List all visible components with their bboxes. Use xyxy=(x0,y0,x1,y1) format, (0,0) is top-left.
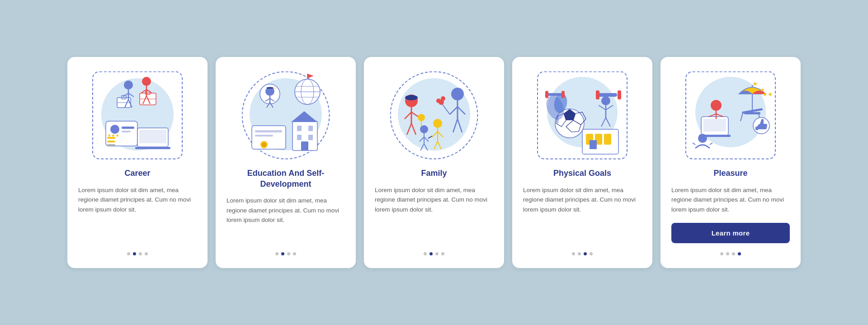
svg-rect-104 xyxy=(596,90,599,99)
svg-rect-4 xyxy=(122,131,131,132)
dot-3[interactable] xyxy=(584,252,587,255)
svg-point-18 xyxy=(124,80,133,89)
svg-rect-39 xyxy=(297,126,302,131)
pleasure-illustration: ★ ★ xyxy=(681,68,780,163)
svg-point-106 xyxy=(601,96,610,105)
svg-rect-117 xyxy=(561,91,565,98)
svg-point-58 xyxy=(262,142,266,147)
education-illustration xyxy=(236,68,335,163)
education-text: Lorem ipsum dolor sit dim amet, mea regi… xyxy=(226,196,345,243)
svg-rect-41 xyxy=(297,135,302,140)
dot-1 xyxy=(127,252,130,255)
education-svg xyxy=(241,71,331,160)
svg-rect-116 xyxy=(545,91,548,98)
education-dots xyxy=(275,252,296,255)
svg-rect-54 xyxy=(252,126,286,149)
learn-more-button[interactable]: Learn more xyxy=(671,223,790,243)
dot-4 xyxy=(590,252,593,255)
dot-1 xyxy=(572,252,575,255)
svg-point-79 xyxy=(433,119,442,128)
svg-rect-3 xyxy=(122,127,134,129)
family-text: Lorem ipsum dolor sit dim amet, mea regi… xyxy=(375,185,493,243)
career-illustration: ★★★ xyxy=(88,68,187,163)
dot-4 xyxy=(441,252,444,255)
family-svg xyxy=(389,71,479,160)
svg-rect-47 xyxy=(267,87,273,89)
svg-rect-102 xyxy=(590,140,597,149)
dot-3 xyxy=(732,252,735,255)
svg-point-66 xyxy=(405,95,418,100)
dot-3 xyxy=(139,252,142,255)
svg-rect-43 xyxy=(301,141,308,151)
card-education: Education And Self-Development Lorem ips… xyxy=(216,57,356,268)
pleasure-svg: ★ ★ xyxy=(685,71,776,160)
svg-rect-55 xyxy=(255,130,282,132)
card-pleasure: ★ ★ xyxy=(660,57,801,268)
physical-text: Lorem ipsum dolor sit dim amet, mea regi… xyxy=(523,185,642,243)
svg-line-137 xyxy=(710,143,712,145)
svg-text:★: ★ xyxy=(752,80,758,87)
svg-line-136 xyxy=(693,143,695,145)
family-title: Family xyxy=(421,168,447,179)
svg-point-78 xyxy=(441,96,445,101)
svg-rect-101 xyxy=(604,134,611,145)
family-illustration xyxy=(384,68,484,163)
dot-4[interactable] xyxy=(738,252,741,255)
svg-point-69 xyxy=(451,88,464,100)
svg-rect-127 xyxy=(703,119,726,132)
dot-2[interactable] xyxy=(281,252,284,255)
dot-2[interactable] xyxy=(133,252,136,255)
dot-3 xyxy=(435,252,439,255)
svg-point-85 xyxy=(420,125,428,133)
pleasure-text: Lorem ipsum dolor sit dim amet, mea regi… xyxy=(671,185,790,215)
svg-text:★★★: ★★★ xyxy=(107,133,119,138)
dot-1 xyxy=(720,252,723,255)
dot-4 xyxy=(145,252,148,255)
career-text: Lorem ipsum dolor sit dim amet, mea regi… xyxy=(78,185,197,243)
svg-rect-56 xyxy=(255,135,273,137)
physical-dots xyxy=(572,252,593,255)
dot-2 xyxy=(578,252,581,255)
family-dots xyxy=(424,252,444,255)
svg-rect-7 xyxy=(107,144,115,146)
physical-illustration xyxy=(533,68,632,163)
svg-rect-6 xyxy=(107,141,115,142)
dot-1 xyxy=(275,252,278,255)
dot-2[interactable] xyxy=(429,252,433,255)
svg-rect-115 xyxy=(547,93,563,96)
svg-point-135 xyxy=(698,134,707,143)
svg-point-2 xyxy=(110,125,119,134)
cards-container: ★★★ xyxy=(49,46,819,278)
physical-title: Physical Goals xyxy=(553,168,611,179)
svg-rect-134 xyxy=(755,127,758,130)
pleasure-title: Pleasure xyxy=(713,168,747,179)
svg-text:★★: ★★ xyxy=(762,91,773,98)
svg-rect-10 xyxy=(135,147,170,149)
svg-marker-37 xyxy=(307,74,314,78)
svg-rect-121 xyxy=(744,112,760,114)
card-family: Family Lorem ipsum dolor sit dim amet, m… xyxy=(364,57,504,268)
career-dots xyxy=(127,252,148,255)
card-physical: Physical Goals Lorem ipsum dolor sit dim… xyxy=(512,57,652,268)
svg-rect-9 xyxy=(139,130,166,143)
pleasure-dots xyxy=(720,252,741,255)
svg-point-129 xyxy=(711,100,722,111)
career-title: Career xyxy=(124,168,150,179)
dot-3 xyxy=(287,252,290,255)
dot-2 xyxy=(726,252,729,255)
card-career: ★★★ xyxy=(67,57,208,268)
career-svg: ★★★ xyxy=(92,71,183,160)
education-title: Education And Self-Development xyxy=(226,168,345,189)
svg-rect-40 xyxy=(308,126,313,131)
dot-1 xyxy=(424,252,427,255)
svg-point-67 xyxy=(418,114,425,121)
svg-point-77 xyxy=(436,99,441,103)
svg-rect-42 xyxy=(308,135,313,140)
svg-rect-103 xyxy=(598,93,617,97)
physical-svg xyxy=(537,71,627,160)
svg-point-24 xyxy=(142,77,151,86)
dot-4 xyxy=(293,252,296,255)
svg-rect-105 xyxy=(618,90,621,99)
